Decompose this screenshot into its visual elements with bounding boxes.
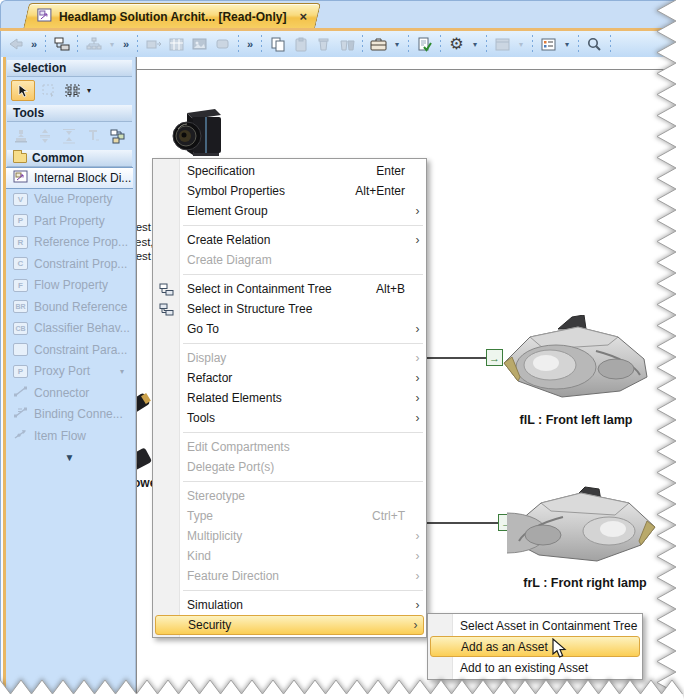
sidebar-item-item-flow[interactable]: Item Flow	[6, 425, 133, 447]
front-left-lamp-image[interactable]	[500, 315, 652, 415]
sidebar-item-flow-property[interactable]: F Flow Property	[6, 275, 133, 297]
sidebar-item-internal-block-diagram[interactable]: Internal Block Di...	[6, 167, 133, 189]
stamp-tool-icon[interactable]	[11, 126, 31, 146]
front-right-lamp-label: frL : Front right lamp	[505, 576, 665, 590]
grid-icon[interactable]	[166, 34, 187, 54]
settings-dropdown-icon[interactable]: ▾	[469, 34, 481, 54]
section-title: Common	[32, 150, 84, 166]
application-window: Headlamp Solution Archit... [Read-Only] …	[0, 0, 684, 700]
paste-icon[interactable]	[290, 34, 311, 54]
marquee-select-tool[interactable]	[39, 81, 59, 101]
delete-icon[interactable]	[313, 34, 334, 54]
image-icon[interactable]	[189, 34, 210, 54]
toolbar-overflow-icon[interactable]: »	[28, 34, 40, 54]
shortcut-label: Alt+B	[376, 282, 409, 296]
security-submenu: Select Asset in Containment Tree Add as …	[427, 613, 643, 680]
menu-item-go-to[interactable]: Go To›	[153, 319, 426, 339]
menu-item-related-elements[interactable]: Related Elements›	[153, 388, 426, 408]
legend-list-icon[interactable]	[538, 34, 559, 54]
sidebar-item-classifier-behavior[interactable]: CB Classifier Behav...	[6, 318, 133, 340]
clipped-text-line: est	[137, 249, 151, 264]
sidebar-item-connector[interactable]: Connector	[6, 382, 133, 404]
briefcase-icon[interactable]	[368, 34, 389, 54]
palette-more-icon[interactable]: ▼	[6, 452, 133, 463]
select-dropdown-icon[interactable]: ▾	[87, 86, 91, 95]
toolbar-separator	[260, 35, 263, 53]
containment-tree-icon[interactable]	[51, 34, 72, 54]
window-dropdown-icon[interactable]: ▾	[515, 34, 527, 54]
expand-vertical-icon[interactable]	[35, 126, 55, 146]
window-icon[interactable]	[492, 34, 513, 54]
front-right-lamp-image[interactable]	[507, 483, 659, 579]
menu-separator	[183, 343, 423, 344]
menu-item-create-relation[interactable]: Create Relation›	[153, 230, 426, 250]
menu-item-refactor[interactable]: Refactor›	[153, 368, 426, 388]
select-cursor-tool[interactable]	[11, 80, 35, 101]
part-property-icon: P	[13, 214, 28, 227]
diagram-toolbar: » ▾ » » ▾ ⚙ ▾	[0, 31, 684, 57]
text-tool-icon[interactable]	[83, 126, 103, 146]
toolbar-separator	[531, 35, 534, 53]
diagram-tab-title: Headlamp Solution Archit... [Read-Only]	[59, 10, 287, 24]
proxy-port-dropdown-icon[interactable]: ▾	[120, 367, 124, 376]
search-icon[interactable]	[584, 34, 605, 54]
sidebar-item-part-property[interactable]: P Part Property	[6, 210, 133, 232]
toolbar-overflow-icon[interactable]: »	[244, 34, 256, 54]
sidebar-item-label: Constraint Para...	[34, 343, 127, 357]
menu-item-tools[interactable]: Tools›	[153, 408, 426, 428]
menu-item-select-in-containment-tree[interactable]: Select in Containment TreeAlt+B	[153, 279, 426, 299]
section-header-tools[interactable]: Tools	[7, 105, 132, 122]
briefcase-dropdown-icon[interactable]: ▾	[391, 34, 403, 54]
swimlane-icon[interactable]	[143, 34, 164, 54]
menu-item-select-in-structure-tree[interactable]: Select in Structure Tree	[153, 299, 426, 319]
section-title: Tools	[13, 105, 44, 121]
sidebar-item-constraint-parameter[interactable]: Constraint Para...	[6, 339, 133, 361]
sidebar-item-value-property[interactable]: V Value Property	[6, 189, 133, 211]
sidebar-item-constraint-property[interactable]: C Constraint Prop...	[6, 253, 133, 275]
submenu-item-add-as-asset[interactable]: Add as an Asset	[430, 636, 640, 657]
menu-item-create-diagram: Create Diagram	[153, 250, 426, 270]
connector-line-right-lamp[interactable]	[425, 522, 500, 524]
sidebar-item-proxy-port[interactable]: P Proxy Port ▾	[6, 361, 133, 383]
legend-dropdown-icon[interactable]: ▾	[561, 34, 573, 54]
submenu-item-select-asset[interactable]: Select Asset in Containment Tree	[428, 615, 642, 636]
settings-gear-icon[interactable]: ⚙	[446, 34, 467, 54]
front-left-lamp-label: flL : Front left lamp	[500, 413, 652, 427]
delete-multiple-icon[interactable]	[336, 34, 357, 54]
menu-item-security[interactable]: Security›	[155, 615, 424, 635]
section-header-selection[interactable]: Selection	[7, 60, 132, 77]
value-property-icon: V	[13, 193, 28, 206]
classifier-behavior-icon: CB	[13, 322, 28, 335]
sidebar-item-reference-property[interactable]: R Reference Prop...	[6, 232, 133, 254]
section-header-common[interactable]: Common	[7, 150, 132, 167]
diagram-tab[interactable]: Headlamp Solution Archit... [Read-Only] …	[23, 3, 321, 29]
menu-item-specification[interactable]: SpecificationEnter	[153, 161, 426, 181]
validate-icon[interactable]	[414, 34, 435, 54]
group-select-tool[interactable]	[63, 81, 83, 101]
structure-hierarchy-icon[interactable]	[83, 34, 104, 54]
flow-property-icon: F	[13, 279, 28, 292]
toolbar-overflow-icon[interactable]: »	[120, 34, 132, 54]
collapse-vertical-icon[interactable]	[59, 126, 79, 146]
menu-item-simulation[interactable]: Simulation›	[153, 595, 426, 615]
menu-item-feature-direction: Feature Direction›	[153, 566, 426, 586]
sidebar-item-binding-connector[interactable]: Binding Conne...	[6, 404, 133, 426]
hierarchy-dropdown-icon[interactable]: ▾	[106, 34, 118, 54]
submenu-item-add-to-existing-asset[interactable]: Add to an existing Asset	[428, 657, 642, 678]
connector-line-left-lamp[interactable]	[425, 357, 488, 359]
sidebar-item-label: Constraint Prop...	[34, 257, 127, 271]
camera-image[interactable]	[171, 103, 225, 165]
copy-icon[interactable]	[267, 34, 288, 54]
shortcut-label: Ctrl+T	[372, 509, 409, 523]
structure-tree-icon	[153, 303, 180, 316]
partial-part-image[interactable]	[137, 386, 153, 426]
menu-item-kind: Kind›	[153, 546, 426, 566]
sidebar-item-bound-reference[interactable]: BR Bound Reference	[6, 296, 133, 318]
menu-item-element-group[interactable]: Element Group›	[153, 201, 426, 221]
close-tab-icon[interactable]: ×	[293, 9, 307, 24]
structure-map-icon[interactable]	[107, 126, 127, 146]
tools-row	[6, 122, 133, 149]
menu-item-symbol-properties[interactable]: Symbol PropertiesAlt+Enter	[153, 181, 426, 201]
back-icon[interactable]	[5, 34, 26, 54]
shape-icon[interactable]	[212, 34, 233, 54]
